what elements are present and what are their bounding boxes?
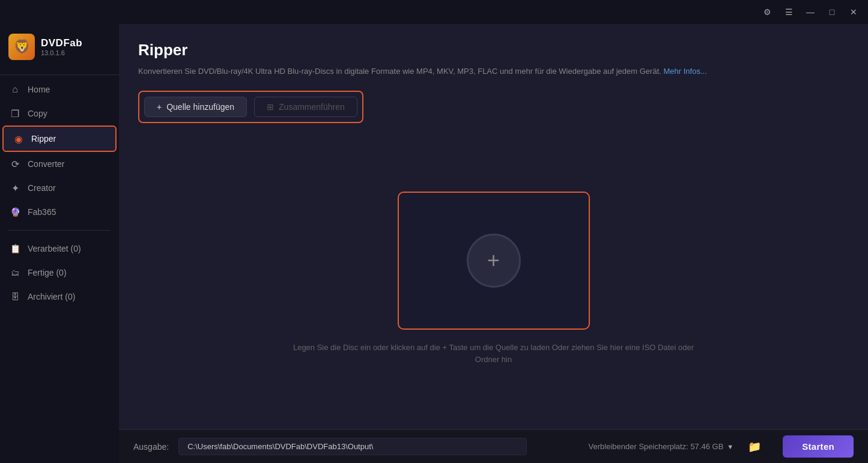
description-text: Konvertieren Sie DVD/Blu-ray/4K Ultra HD… — [138, 67, 661, 76]
output-path[interactable]: C:\Users\fab\Documents\DVDFab\DVDFab13\O… — [178, 438, 527, 455]
sidebar-item-copy-label: Copy — [28, 109, 47, 118]
folder-icon: 📁 — [748, 440, 761, 453]
sidebar-item-fab365[interactable]: Fab365 — [0, 200, 119, 224]
sidebar-item-archived[interactable]: Archiviert (0) — [0, 285, 119, 309]
titlebar: ⚙ ☰ — □ ✕ — [0, 0, 868, 24]
logo-area: 🦁 DVDFab 13.0.1.6 — [0, 24, 119, 72]
home-icon — [10, 84, 20, 95]
page-description: Konvertieren Sie DVD/Blu-ray/4K Ultra HD… — [138, 65, 849, 77]
more-info-link[interactable]: Mehr Infos... — [663, 67, 706, 76]
finished-icon — [10, 267, 20, 278]
sidebar-item-finished[interactable]: Fertige (0) — [0, 261, 119, 285]
sidebar-item-home[interactable]: Home — [0, 77, 119, 101]
drop-instruction: Legen Sie die Disc ein oder klicken auf … — [284, 342, 704, 365]
sidebar-item-home-label: Home — [28, 85, 50, 94]
drop-zone-container: + Legen Sie die Disc ein oder klicken au… — [138, 138, 849, 420]
storage-info: Verbleibender Speicherplatz: 57.46 GB ▼ — [589, 442, 734, 451]
sidebar-item-copy[interactable]: Copy — [0, 101, 119, 126]
main-content: Ripper Konvertieren Sie DVD/Blu-ray/4K U… — [119, 24, 868, 463]
sidebar-item-creator-label: Creator — [28, 183, 56, 193]
minimize-button[interactable]: — — [802, 4, 819, 20]
fab365-icon — [10, 207, 20, 217]
processing-icon — [10, 243, 20, 254]
sidebar-item-ripper-label: Ripper — [31, 134, 56, 144]
sidebar: 🦁 DVDFab 13.0.1.6 Home Copy Ripper Conve… — [0, 24, 119, 463]
app-version: 13.0.1.6 — [41, 49, 82, 56]
toolbar: + Quelle hinzufügen ⊞ Zusammenführen — [138, 91, 363, 123]
folder-browse-button[interactable]: 📁 — [743, 438, 766, 456]
archived-icon — [10, 291, 20, 302]
settings-button[interactable]: ⚙ — [759, 4, 775, 20]
bottom-bar: Ausgabe: C:\Users\fab\Documents\DVDFab\D… — [119, 429, 868, 463]
storage-dropdown-icon[interactable]: ▼ — [727, 443, 733, 450]
sidebar-item-creator[interactable]: Creator — [0, 176, 119, 200]
close-button[interactable]: ✕ — [845, 4, 862, 20]
converter-icon — [10, 159, 20, 169]
output-label: Ausgabe: — [133, 442, 169, 452]
start-button[interactable]: Starten — [783, 435, 854, 458]
app-name: DVDFab — [41, 37, 82, 49]
logo-text: DVDFab 13.0.1.6 — [41, 37, 82, 56]
hamburger-button[interactable]: ☰ — [780, 4, 797, 20]
sidebar-item-finished-label: Fertige (0) — [28, 268, 67, 277]
storage-text: Verbleibender Speicherplatz: 57.46 GB — [589, 442, 724, 451]
drop-plus-icon: + — [487, 250, 500, 271]
merge-button: ⊞ Zusammenführen — [254, 97, 357, 117]
maximize-button[interactable]: □ — [824, 4, 840, 20]
nav-divider-top — [0, 74, 119, 75]
add-source-button[interactable]: + Quelle hinzufügen — [144, 97, 247, 117]
app-body: 🦁 DVDFab 13.0.1.6 Home Copy Ripper Conve… — [0, 24, 868, 463]
add-plus-icon: + — [157, 102, 162, 112]
sidebar-item-ripper[interactable]: Ripper — [2, 126, 117, 152]
merge-icon: ⊞ — [267, 102, 274, 112]
ripper-icon — [13, 133, 24, 144]
sidebar-item-converter-label: Converter — [28, 159, 64, 169]
creator-icon — [10, 183, 20, 193]
sidebar-item-processing-label: Verarbeitet (0) — [28, 244, 81, 253]
drop-zone[interactable]: + — [398, 192, 590, 330]
sidebar-item-fab365-label: Fab365 — [28, 207, 56, 217]
merge-label: Zusammenführen — [279, 102, 345, 112]
app-logo-icon: 🦁 — [8, 34, 35, 60]
copy-icon — [10, 108, 20, 119]
sidebar-item-processing[interactable]: Verarbeitet (0) — [0, 237, 119, 261]
nav-section-divider — [8, 230, 111, 231]
content-area: Ripper Konvertieren Sie DVD/Blu-ray/4K U… — [119, 24, 868, 429]
window-controls: ⚙ ☰ — □ ✕ — [759, 4, 862, 20]
sidebar-item-converter[interactable]: Converter — [0, 152, 119, 176]
add-source-label: Quelle hinzufügen — [166, 102, 234, 112]
drop-circle: + — [467, 234, 521, 288]
sidebar-item-archived-label: Archiviert (0) — [28, 292, 75, 301]
page-title: Ripper — [138, 41, 849, 59]
